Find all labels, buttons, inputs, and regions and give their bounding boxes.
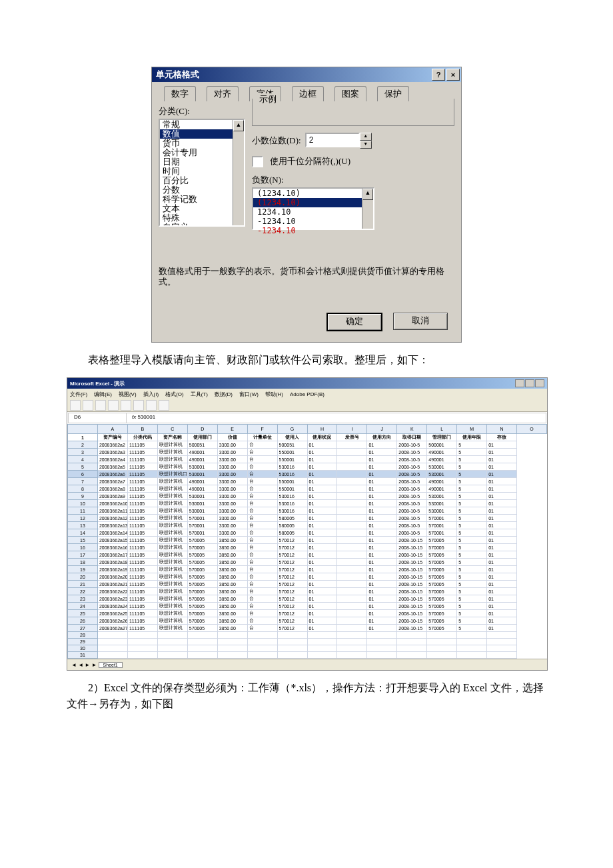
cat-time[interactable]: 时间 [160, 167, 244, 176]
name-box[interactable]: D6 [69, 413, 127, 423]
neg-item[interactable]: 1234.10 [253, 207, 373, 217]
neg-item[interactable]: (1234.10) [253, 189, 373, 198]
sample-group: 示例 [252, 99, 454, 126]
cancel-button[interactable]: 取消 [393, 313, 448, 330]
cat-date[interactable]: 日期 [160, 157, 244, 167]
neg-item[interactable]: -1234.10 [253, 226, 373, 235]
excel-toolbar [67, 399, 547, 412]
max-icon[interactable] [525, 379, 534, 387]
dialog-titlebar: 单元格格式 ? × [152, 67, 461, 82]
format-cells-dialog: 单元格格式 ? × 数字 对齐 字体 边框 图案 保护 分类(C): 常规 数值… [151, 67, 462, 343]
sheet-tab[interactable]: Sheet1 [99, 662, 123, 668]
toolbar-icon[interactable] [159, 400, 169, 411]
cat-general[interactable]: 常规 [160, 120, 244, 129]
cat-custom[interactable]: 自定义 [160, 223, 244, 227]
body-text-1: 表格整理导入模版请向主管、财政部门或软件公司索取。整理后，如下： [67, 352, 546, 368]
close-button[interactable]: × [446, 69, 460, 81]
menu-edit[interactable]: 编辑(E) [94, 391, 112, 398]
neg-item-selected[interactable]: (1234.10) [253, 198, 373, 207]
tab-align[interactable]: 对齐 [207, 86, 239, 101]
cat-number[interactable]: 数值 [160, 129, 244, 139]
negative-listbox[interactable]: (1234.10) (1234.10) 1234.10 -1234.10 -12… [252, 187, 374, 230]
toolbar-icon[interactable] [133, 400, 144, 411]
dialog-title: 单元格格式 [156, 69, 199, 81]
menu-data[interactable]: 数据(D) [215, 391, 233, 398]
thousand-label: 使用千位分隔符(,)(U) [270, 155, 350, 167]
ok-button[interactable]: 确定 [326, 313, 382, 331]
excel-statusbar: ◄ ◄ ► ► Sheet1 [67, 659, 547, 670]
decimal-spinner[interactable]: ▲▼ [305, 133, 372, 149]
toolbar-icon[interactable] [70, 400, 81, 411]
format-description: 数值格式用于一般数字的表示。货币和会计格式则提供货币值计算的专用格式。 [159, 266, 454, 287]
menu-format[interactable]: 格式(O) [165, 391, 184, 398]
formula-value[interactable]: fx 530001 [127, 413, 161, 423]
menu-window[interactable]: 窗口(W) [239, 391, 259, 398]
category-listbox[interactable]: 常规 数值 货币 会计专用 日期 时间 百分比 分数 科学记数 文本 特殊 自定… [159, 119, 245, 227]
cat-currency[interactable]: 货币 [160, 139, 244, 148]
body-text-2: 2）Excel 文件的保存类型必须为：工作薄（*.xls），操作方法：打开想要导… [67, 680, 546, 712]
negative-label: 负数(N): [252, 174, 454, 186]
menu-file[interactable]: 文件(F) [70, 391, 87, 398]
help-button[interactable]: ? [432, 69, 445, 81]
toolbar-icon[interactable] [95, 400, 106, 411]
decimal-input[interactable] [305, 133, 360, 147]
cat-scientific[interactable]: 科学记数 [160, 195, 244, 204]
excel-window: Microsoft Excel - 演示 文件(F) 编辑(E) 视图(V) 插… [67, 377, 548, 671]
menu-view[interactable]: 视图(V) [119, 391, 137, 398]
min-icon[interactable] [515, 379, 524, 387]
cat-special[interactable]: 特殊 [160, 213, 244, 223]
cat-fraction[interactable]: 分数 [160, 185, 244, 195]
excel-titlebar: Microsoft Excel - 演示 [67, 378, 547, 389]
excel-menubar: 文件(F) 编辑(E) 视图(V) 插入(I) 格式(O) 工具(T) 数据(D… [67, 389, 547, 399]
toolbar-icon[interactable] [146, 400, 157, 411]
spin-up-icon[interactable]: ▲ [360, 133, 372, 141]
toolbar-icon[interactable] [121, 400, 131, 411]
menu-insert[interactable]: 插入(I) [143, 391, 159, 398]
cat-text[interactable]: 文本 [160, 204, 244, 213]
toolbar-icon[interactable] [83, 400, 93, 411]
menu-help[interactable]: 帮助(H) [265, 391, 283, 398]
close-icon[interactable] [535, 379, 544, 387]
thousand-checkbox[interactable] [252, 156, 263, 167]
formula-bar: D6 fx 530001 [68, 413, 546, 423]
neg-item[interactable]: -1234.10 [253, 217, 373, 226]
excel-grid[interactable]: ABCDEFGHIJKLMNO1资产编号分类代码资产名称使用部门价值计量单位使用… [67, 424, 547, 659]
cat-percent[interactable]: 百分比 [160, 176, 244, 185]
menu-tools[interactable]: 工具(T) [191, 391, 208, 398]
sample-label: 示例 [257, 93, 279, 105]
decimal-label: 小数位数(D): [252, 135, 301, 147]
listbox-scrollbar[interactable]: ▲ [233, 120, 244, 225]
category-label: 分类(C): [159, 105, 252, 117]
tab-number[interactable]: 数字 [164, 86, 196, 101]
cat-accounting[interactable]: 会计专用 [160, 148, 244, 157]
toolbar-icon[interactable] [108, 400, 119, 411]
excel-title: Microsoft Excel - 演示 [70, 380, 125, 387]
menu-pdf[interactable]: Adobe PDF(B) [290, 391, 324, 397]
spin-down-icon[interactable]: ▼ [360, 141, 372, 149]
neg-scrollbar[interactable]: ▲ [362, 189, 373, 229]
